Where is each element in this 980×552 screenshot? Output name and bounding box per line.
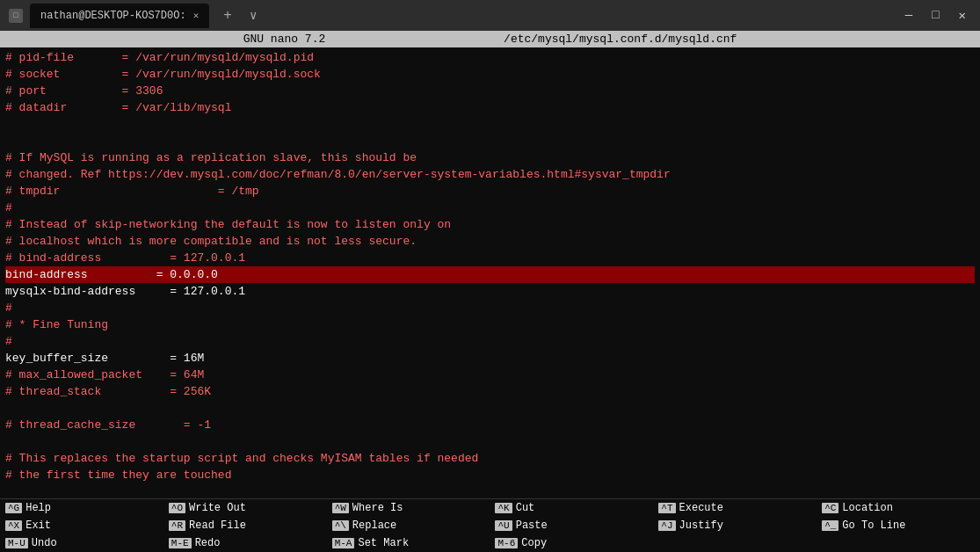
editor-line: # max_allowed_packet = 64M [5, 367, 975, 383]
menu-key-set-mark: M-A [332, 538, 355, 548]
menu-key-justify: ^J [658, 520, 675, 531]
menu-key-undo: M-U [5, 538, 28, 548]
editor-line: # If MySQL is running as a replication s… [5, 149, 975, 166]
editor-line: # socket = /var/run/mysqld/mysqld.sock [5, 66, 975, 83]
new-tab-button[interactable]: + [216, 8, 239, 24]
tab-label: nathan@DESKTOP-KOS7D0O: [40, 10, 186, 22]
menu-label-read-file: Read File [189, 519, 246, 532]
editor-line: # [5, 333, 975, 350]
menu-label-paste: Paste [516, 519, 548, 532]
menu-label-copy: Copy [521, 537, 547, 549]
title-bar-left: □ nathan@DESKTOP-KOS7D0O: ✕ + ∨ [9, 4, 260, 28]
menu-label-exit: Exit [25, 519, 51, 532]
editor-area[interactable]: # pid-file = /var/run/mysqld/mysqld.pid … [0, 47, 980, 498]
menu-item-paste[interactable]: ^U Paste [490, 517, 653, 534]
editor-line: # changed. Ref https://dev.mysql.com/doc… [5, 166, 975, 183]
menu-item-cut[interactable]: ^K Cut [490, 499, 653, 517]
terminal-icon: □ [9, 9, 23, 23]
menu-label-justify: Justify [679, 519, 723, 532]
menu-key-read-file: ^R [169, 520, 185, 531]
editor-line: # port = 3306 [5, 83, 975, 99]
active-tab[interactable]: nathan@DESKTOP-KOS7D0O: ✕ [30, 4, 209, 28]
menu-item-write-out[interactable]: ^O Write Out [163, 499, 327, 517]
editor-line: # localhost which is more compatible and… [5, 233, 975, 250]
menu-item-go-to-line[interactable]: ^_ Go To Line [817, 517, 980, 534]
editor-line: # tmpdir = /tmp [5, 183, 975, 200]
menu-item-set-mark[interactable]: M-A Set Mark [327, 534, 490, 552]
menu-key-exit: ^X [5, 520, 22, 531]
editor-line: # Instead of skip-networking the default… [5, 216, 975, 233]
editor-line: # [5, 300, 975, 316]
menu-key-replace: ^\ [332, 520, 349, 531]
nano-version: GNU nano 7.2 [243, 33, 326, 46]
menu-key-location: ^C [822, 503, 838, 513]
editor-line: # thread_stack = 256K [5, 383, 975, 400]
tab-close-button[interactable]: ✕ [193, 10, 200, 21]
close-button[interactable]: ✕ [954, 6, 971, 25]
menu-item-copy[interactable]: M-6 Copy [490, 534, 653, 552]
editor-line: # the first time they are touched [5, 467, 975, 483]
tab-dropdown-button[interactable]: ∨ [246, 8, 260, 23]
editor-line: # * Fine Tuning [5, 316, 975, 333]
menu-label-go-to-line: Go To Line [842, 519, 905, 532]
menu-label-cut: Cut [516, 502, 535, 514]
editor-line: # pid-file = /var/run/mysqld/mysqld.pid [5, 49, 975, 66]
menu-key-execute: ^T [658, 503, 675, 513]
editor-line: # bind-address = 127.0.0.1 [5, 250, 975, 266]
menu-label-location: Location [842, 502, 893, 514]
menu-key-copy: M-6 [495, 538, 518, 548]
editor-line [5, 116, 975, 133]
menu-item-location[interactable]: ^C Location [817, 499, 980, 517]
menu-key-write-out: ^O [169, 503, 185, 513]
editor-line: # thread_cache_size = -1 [5, 417, 975, 433]
menu-label-redo: Redo [195, 537, 221, 549]
menu-label-help: Help [25, 502, 51, 514]
menu-bar: ^G Help ^O Write Out ^W Where Is ^K Cut … [0, 498, 980, 552]
editor-line: mysqlx-bind-address = 127.0.0.1 [5, 283, 975, 300]
nano-filename: /etc/mysql/mysql.conf.d/mysqld.cnf [504, 33, 737, 46]
editor-line [5, 133, 975, 149]
editor-highlighted-line: bind-address = 0.0.0.0 [5, 266, 975, 283]
menu-item-redo[interactable]: M-E Redo [163, 534, 327, 552]
window-controls: — □ ✕ [900, 6, 971, 25]
menu-key-paste: ^U [495, 520, 512, 531]
menu-label-replace: Replace [352, 519, 396, 532]
menu-item-exit[interactable]: ^X Exit [0, 517, 163, 534]
maximize-button[interactable]: □ [926, 6, 944, 25]
minimize-button[interactable]: — [900, 6, 918, 25]
menu-label-where-is: Where Is [352, 502, 403, 514]
menu-key-redo: M-E [169, 538, 192, 548]
menu-key-help: ^G [5, 503, 22, 513]
menu-item-execute[interactable]: ^T Execute [653, 499, 817, 517]
menu-label-execute: Execute [679, 502, 723, 514]
menu-item-justify[interactable]: ^J Justify [653, 517, 817, 534]
menu-item-undo[interactable]: M-U Undo [0, 534, 163, 552]
editor-line: # datadir = /var/lib/mysql [5, 99, 975, 116]
nano-title-bar: GNU nano 7.2 /etc/mysql/mysql.conf.d/mys… [0, 31, 980, 47]
menu-item-help[interactable]: ^G Help [0, 499, 163, 517]
menu-item-replace[interactable]: ^\ Replace [327, 517, 490, 534]
menu-label-undo: Undo [32, 537, 57, 549]
editor-line: # [5, 200, 975, 216]
menu-label-set-mark: Set Mark [358, 537, 409, 549]
title-bar: □ nathan@DESKTOP-KOS7D0O: ✕ + ∨ — □ ✕ [0, 0, 980, 31]
editor-line: key_buffer_size = 16M [5, 350, 975, 367]
menu-item-read-file[interactable]: ^R Read File [163, 517, 327, 534]
editor-line [5, 400, 975, 417]
menu-item-where-is[interactable]: ^W Where Is [327, 499, 490, 517]
editor-line: # This replaces the startup script and c… [5, 450, 975, 467]
menu-key-where-is: ^W [332, 503, 349, 513]
menu-key-cut: ^K [495, 503, 512, 513]
menu-key-go-to-line: ^_ [822, 520, 838, 531]
menu-label-write-out: Write Out [189, 502, 246, 514]
editor-line [5, 433, 975, 450]
